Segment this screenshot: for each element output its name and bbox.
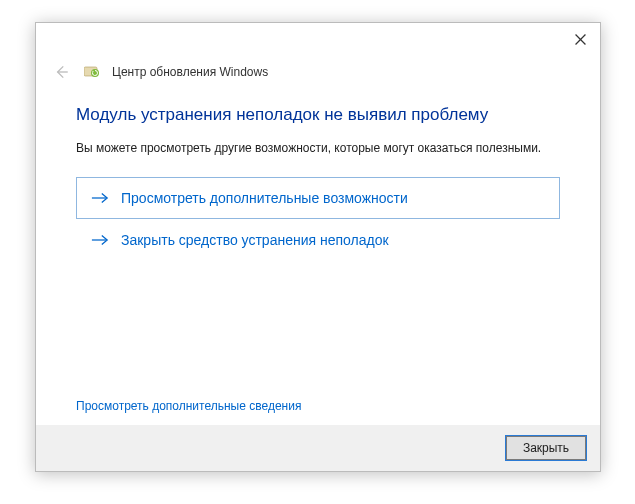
arrow-right-icon: [91, 233, 109, 247]
close-button[interactable]: Закрыть: [506, 436, 586, 460]
header-bar: Центр обновления Windows: [36, 55, 600, 95]
windows-update-icon: [84, 65, 100, 79]
back-arrow-icon: [50, 61, 72, 83]
view-details-link[interactable]: Просмотреть дополнительные сведения: [36, 395, 600, 425]
arrow-right-icon: [91, 191, 109, 205]
option-label: Просмотреть дополнительные возможности: [121, 190, 408, 206]
option-explore-additional[interactable]: Просмотреть дополнительные возможности: [76, 177, 560, 219]
header-title: Центр обновления Windows: [112, 65, 268, 79]
option-close-troubleshooter[interactable]: Закрыть средство устранения неполадок: [76, 219, 560, 261]
troubleshooter-window: Центр обновления Windows Модуль устранен…: [35, 22, 601, 472]
close-icon[interactable]: [560, 24, 600, 54]
option-label: Закрыть средство устранения неполадок: [121, 232, 389, 248]
titlebar: [36, 23, 600, 55]
content-area: Модуль устранения неполадок не выявил пр…: [36, 95, 600, 395]
footer-bar: Закрыть: [36, 425, 600, 471]
sub-text: Вы можете просмотреть другие возможности…: [76, 141, 560, 155]
main-heading: Модуль устранения неполадок не выявил пр…: [76, 105, 560, 125]
